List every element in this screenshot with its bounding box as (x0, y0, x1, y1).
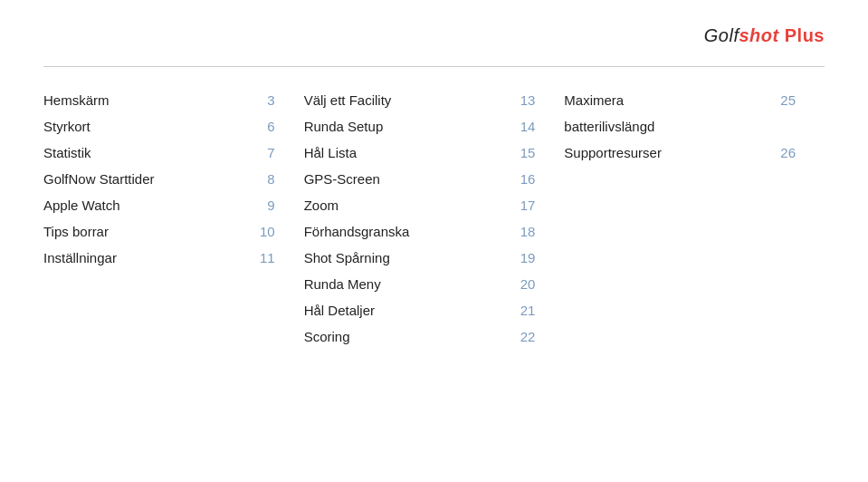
toc-item: Runda Meny20 (304, 271, 536, 297)
page: Golfshot Plus Hemskärm3Styrkort6Statisti… (0, 0, 868, 482)
toc-item: Välj ett Facility13 (304, 87, 536, 113)
toc-item-page: 0 (774, 119, 796, 134)
toc-item-label: Runda Meny (304, 276, 381, 292)
toc-item: Apple Watch9 (43, 192, 275, 218)
logo-plus-text: Plus (785, 25, 825, 45)
toc-item-label: Runda Setup (304, 119, 384, 134)
toc-item-label: Tips borrar (43, 224, 109, 239)
toc-item-label: Välj ett Facility (304, 92, 392, 108)
toc-item-page: 9 (253, 198, 275, 213)
divider (43, 66, 825, 67)
toc-item-label: batterilivslängd (564, 119, 654, 134)
toc-item-page: 13 (513, 92, 535, 108)
toc-item-label: Shot Spårning (304, 250, 390, 265)
logo-shot-text: shot (739, 25, 778, 45)
toc-item: Scoring22 (304, 323, 536, 350)
toc-item: Zoom17 (304, 192, 536, 218)
toc-item-page: 7 (253, 145, 275, 160)
toc-item-label: Hål Lista (304, 145, 357, 160)
toc-item-label: Inställningar (43, 250, 117, 265)
toc-item: Shot Spårning19 (304, 245, 536, 271)
toc-item: Förhandsgranska18 (304, 218, 536, 245)
toc-item-page: 6 (253, 119, 275, 134)
toc-item-page: 25 (774, 92, 796, 108)
toc-item-label: Hål Detaljer (304, 303, 375, 318)
toc-item: Tips borrar10 (43, 218, 275, 245)
toc-item-page: 22 (513, 329, 535, 344)
toc-item-label: Maximera (564, 92, 624, 108)
logo-golf-text: Golf (704, 25, 739, 45)
toc-item-page: 26 (774, 145, 796, 160)
toc-item-page: 21 (513, 303, 535, 318)
toc-grid: Hemskärm3Styrkort6Statistik7GolfNow Star… (43, 87, 825, 350)
toc-column-3: Maximera25batterilivslängd0Supportresurs… (564, 87, 825, 350)
toc-column-1: Hemskärm3Styrkort6Statistik7GolfNow Star… (43, 87, 304, 350)
toc-item-page: 15 (513, 145, 535, 160)
toc-item: Hål Lista15 (304, 140, 536, 166)
toc-item-page: 20 (513, 276, 535, 292)
logo: Golfshot Plus (704, 25, 825, 46)
toc-item: GPS-Screen16 (304, 166, 536, 192)
toc-item-page: 16 (513, 171, 535, 187)
toc-item-label: Apple Watch (43, 198, 120, 213)
toc-item-page: 19 (513, 250, 535, 265)
toc-item: GolfNow Starttider8 (43, 166, 275, 192)
toc-item: Inställningar11 (43, 245, 275, 271)
toc-column-2: Välj ett Facility13Runda Setup14Hål List… (304, 87, 565, 350)
toc-item: Maximera25 (564, 87, 796, 113)
toc-item-page: 18 (513, 224, 535, 239)
header: Golfshot Plus (43, 25, 825, 46)
toc-item-label: Styrkort (43, 119, 91, 134)
toc-item-label: Supportresurser (564, 145, 662, 160)
toc-item: Styrkort6 (43, 113, 275, 140)
toc-item: batterilivslängd0 (564, 113, 796, 140)
toc-item: Runda Setup14 (304, 113, 536, 140)
toc-item-label: Förhandsgranska (304, 224, 410, 239)
toc-item-label: Statistik (43, 145, 91, 160)
toc-item-page: 10 (253, 224, 275, 239)
toc-item-label: Hemskärm (43, 92, 110, 108)
toc-item: Supportresurser26 (564, 140, 796, 166)
toc-item: Hål Detaljer21 (304, 297, 536, 323)
toc-item-page: 11 (253, 250, 275, 265)
toc-item-page: 14 (513, 119, 535, 134)
toc-item: Statistik7 (43, 140, 275, 166)
toc-item-page: 3 (253, 92, 275, 108)
toc-item-page: 8 (253, 171, 275, 187)
toc-item-label: Zoom (304, 198, 339, 213)
toc-item: Hemskärm3 (43, 87, 275, 113)
toc-item-page: 17 (513, 198, 535, 213)
toc-item-label: GPS-Screen (304, 171, 380, 187)
toc-item-label: GolfNow Starttider (43, 171, 155, 187)
toc-item-label: Scoring (304, 329, 350, 344)
